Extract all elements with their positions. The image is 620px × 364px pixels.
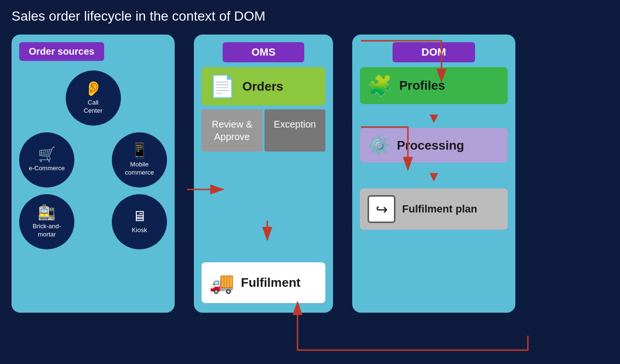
dom-fulfilment-row: ↪ Fulfilment plan xyxy=(360,188,508,230)
oms-exception-cell: Exception xyxy=(264,109,325,152)
dom-profiles-label: Profiles xyxy=(399,78,445,93)
mobile-label: Mobilecommerce xyxy=(125,161,154,177)
dom-processing-row: ⚙️ Processing xyxy=(360,128,508,163)
mobile-icon: 📱 xyxy=(131,143,148,158)
dom-processing-label: Processing xyxy=(397,138,464,153)
oms-box: OMS 📄 Orders Review &Approve Exception 🚚… xyxy=(194,35,333,313)
kiosk-icon: 🖥 xyxy=(132,209,147,223)
arrow-down-processing: ▼ xyxy=(427,168,441,185)
oms-label: OMS xyxy=(223,42,304,62)
oms-fulfilment-label: Fulfilment xyxy=(241,275,300,290)
order-sources-label: Order sources xyxy=(19,42,104,61)
oms-review-cell: Review &Approve xyxy=(202,109,262,152)
page-title: Sales order lifecycle in the context of … xyxy=(0,0,620,30)
document-icon: 📄 xyxy=(209,74,236,99)
oms-fulfilment-row: 🚚 Fulfilment xyxy=(202,262,325,303)
circle-call-center: 👂 CallCenter xyxy=(66,70,121,126)
circle-kiosk: 🖥 Kiosk xyxy=(112,194,167,249)
kiosk-label: Kiosk xyxy=(132,226,147,235)
gears-icon: ⚙️ xyxy=(368,135,390,156)
oms-orders-label: Orders xyxy=(242,79,283,94)
call-center-label: CallCenter xyxy=(83,99,102,115)
circle-mobile: 📱 Mobilecommerce xyxy=(112,132,167,188)
puzzle-icon: 🧩 xyxy=(368,74,393,97)
ecommerce-label: e-Commerce xyxy=(29,164,65,173)
oms-orders-row: 📄 Orders xyxy=(202,67,325,106)
dom-profiles-row: 🧩 Profiles xyxy=(360,67,508,104)
brick-label: Brick-and-mortar xyxy=(33,223,61,239)
oms-review-exception-row: Review &Approve Exception xyxy=(202,109,325,152)
circle-ecommerce: 🛒 e-Commerce xyxy=(19,132,74,188)
circle-brick: 🚉 Brick-and-mortar xyxy=(19,194,74,249)
dom-box: DOM 🧩 Profiles ▼ ⚙️ Processing ▼ ↪ Fulfi… xyxy=(352,35,515,313)
arrow-down-profiles: ▼ xyxy=(427,110,441,126)
truck-icon: 🚚 xyxy=(209,271,234,294)
dom-label: DOM xyxy=(393,42,475,62)
dom-fulfilment-label: Fulfilment plan xyxy=(402,203,477,215)
order-sources-box: Order sources 👂 CallCenter 🛒 e-Commerce … xyxy=(12,35,175,313)
cart-icon: 🛒 xyxy=(38,147,56,162)
ear-icon: 👂 xyxy=(84,82,102,96)
train-icon: 🚉 xyxy=(38,205,56,220)
share-icon: ↪ xyxy=(368,195,395,223)
